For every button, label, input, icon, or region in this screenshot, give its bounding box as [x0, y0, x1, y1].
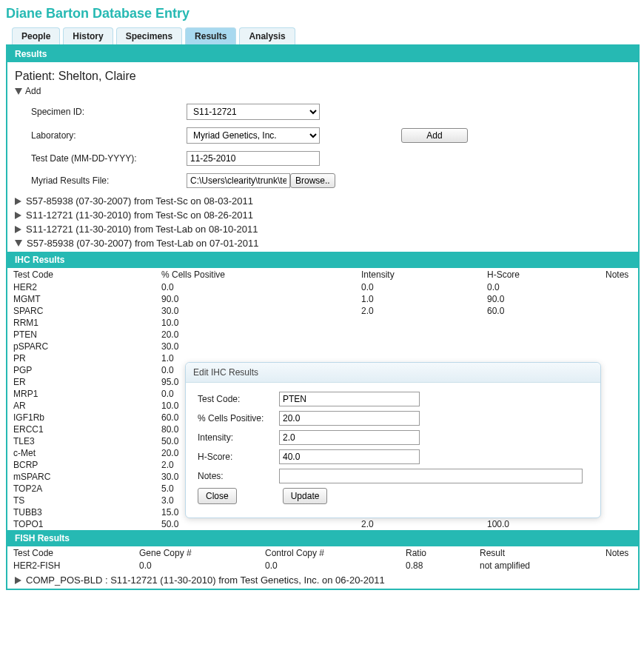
results-file-input[interactable] — [187, 173, 290, 188]
cell: mSPARC — [7, 471, 155, 483]
table-row[interactable]: PTEN20.0 — [7, 329, 638, 341]
cell: 50.0 — [155, 518, 355, 530]
chevron-down-icon — [15, 240, 22, 247]
cell — [600, 495, 638, 506]
table-row[interactable]: HER2-FISH0.00.00.88not amplified — [7, 560, 638, 572]
dlg-hscore-label: H-Score: — [198, 452, 279, 462]
cell: 0.0 — [133, 560, 259, 572]
table-row[interactable]: HER20.00.00.0 — [7, 281, 638, 293]
cell: 100.0 — [481, 518, 600, 530]
results-file-label: Myriad Results File: — [31, 175, 187, 186]
tab-analysis[interactable]: Analysis — [239, 27, 295, 44]
cell: 90.0 — [481, 293, 600, 305]
tree-row[interactable]: S57-85938 (07-30-2007) from Test-Sc on 0… — [15, 195, 631, 207]
tab-people[interactable]: People — [12, 27, 60, 44]
dlg-testcode-input[interactable] — [279, 392, 420, 406]
fish-header: Gene Copy # — [133, 546, 259, 560]
cell: 0.0 — [355, 281, 481, 293]
specimen-tree: S57-85938 (07-30-2007) from Test-Sc on 0… — [7, 195, 638, 249]
update-button[interactable]: Update — [283, 488, 328, 504]
chevron-right-icon — [15, 577, 21, 584]
tree-label: S57-85938 (07-30-2007) from Test-Sc on 0… — [26, 195, 253, 207]
tree-row[interactable]: S11-12721 (11-30-2010) from Test-Lab on … — [15, 224, 631, 235]
cell: 1.0 — [355, 293, 481, 305]
section-header-ihc: IHC Results — [7, 252, 638, 268]
fish-header: Ratio — [400, 546, 474, 560]
tree-label: S57-85938 (07-30-2007) from Test-Lab on … — [27, 238, 258, 249]
cell: RRM1 — [7, 317, 155, 329]
fish-header: Notes — [600, 546, 638, 560]
cell: TOPO1 — [7, 518, 155, 530]
dlg-hscore-input[interactable] — [279, 449, 420, 464]
cell: not amplified — [474, 560, 600, 572]
cell — [600, 364, 638, 376]
cell: HER2-FISH — [7, 560, 133, 572]
cell — [600, 518, 638, 530]
tab-history[interactable]: History — [63, 27, 113, 44]
fish-header: Test Code — [7, 546, 133, 560]
page-title: Diane Barton Database Entry — [6, 6, 638, 21]
ihc-header: Notes — [600, 268, 638, 281]
dlg-pct-input[interactable] — [279, 411, 420, 426]
table-row[interactable]: TOPO150.02.0100.0 — [7, 518, 638, 530]
cell: TUBB3 — [7, 506, 155, 518]
add-button[interactable]: Add — [401, 128, 468, 143]
chevron-down-icon — [15, 88, 22, 95]
tree-row[interactable]: S57-85938 (07-30-2007) from Test-Lab on … — [15, 238, 631, 249]
cell: 2.0 — [355, 305, 481, 317]
table-row[interactable]: pSPARC30.0 — [7, 341, 638, 352]
tab-specimens[interactable]: Specimens — [116, 27, 182, 44]
cell: BCRP — [7, 459, 155, 471]
cell: MGMT — [7, 293, 155, 305]
test-date-label: Test Date (MM-DD-YYYY): — [31, 153, 187, 164]
table-row[interactable]: RRM110.0 — [7, 317, 638, 329]
add-label: Add — [25, 86, 41, 96]
test-date-input[interactable] — [187, 151, 320, 166]
add-form: Specimen ID: S11-12721 Laboratory: Myria… — [31, 104, 631, 188]
specimen-id-label: Specimen ID: — [31, 107, 187, 117]
tree-label: COMP_POS-BLD : S11-12721 (11-30-2010) fr… — [26, 575, 385, 586]
laboratory-select[interactable]: Myriad Genetics, Inc. — [187, 127, 320, 144]
cell — [481, 341, 600, 352]
dialog-title: Edit IHC Results — [186, 363, 600, 383]
cell: TS — [7, 495, 155, 506]
tree-row[interactable]: S11-12721 (11-30-2010) from Test-Sc on 0… — [15, 210, 631, 221]
cell — [600, 293, 638, 305]
dlg-notes-input[interactable] — [279, 469, 583, 483]
cell: PTEN — [7, 329, 155, 341]
cell: pSPARC — [7, 341, 155, 352]
specimen-id-select[interactable]: S11-12721 — [187, 104, 320, 120]
cell — [600, 471, 638, 483]
cell — [600, 560, 638, 572]
cell: 30.0 — [155, 305, 355, 317]
dlg-intensity-label: Intensity: — [198, 432, 279, 443]
table-row[interactable]: MGMT90.01.090.0 — [7, 293, 638, 305]
ihc-header: Test Code — [7, 268, 155, 281]
cell — [600, 483, 638, 495]
cell — [600, 435, 638, 447]
cell — [600, 447, 638, 459]
dlg-testcode-label: Test Code: — [198, 394, 279, 404]
tree-label: S11-12721 (11-30-2010) from Test-Sc on 0… — [26, 210, 253, 221]
close-button[interactable]: Close — [198, 488, 237, 504]
cell — [600, 376, 638, 388]
browse-button[interactable]: Browse.. — [290, 173, 335, 188]
tree-label: S11-12721 (11-30-2010) from Test-Lab on … — [26, 224, 258, 235]
cell — [600, 317, 638, 329]
cell: TOP2A — [7, 483, 155, 495]
chevron-right-icon — [15, 198, 21, 205]
cell: 10.0 — [155, 317, 355, 329]
tab-bar: PeopleHistorySpecimensResultsAnalysis — [12, 27, 638, 44]
dlg-intensity-input[interactable] — [279, 430, 420, 445]
cell — [600, 412, 638, 423]
cell: 0.0 — [259, 560, 400, 572]
tab-results[interactable]: Results — [185, 27, 236, 44]
cell: 0.88 — [400, 560, 474, 572]
cell: AR — [7, 400, 155, 412]
table-row[interactable]: SPARC30.02.060.0 — [7, 305, 638, 317]
bottom-tree-row[interactable]: COMP_POS-BLD : S11-12721 (11-30-2010) fr… — [15, 575, 631, 586]
cell: IGF1Rb — [7, 412, 155, 423]
add-toggle[interactable]: Add — [15, 86, 631, 96]
cell: 2.0 — [355, 518, 481, 530]
cell: 90.0 — [155, 293, 355, 305]
